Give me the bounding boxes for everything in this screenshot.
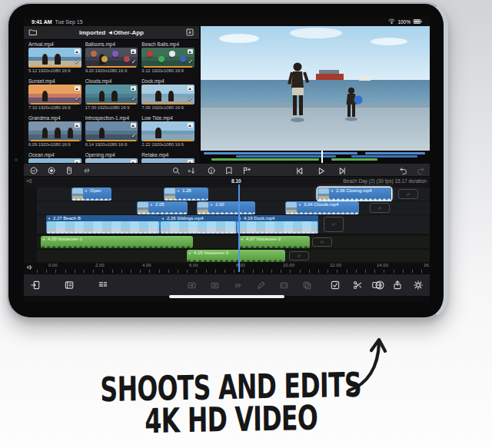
transport-controls bbox=[294, 164, 347, 178]
video-preview[interactable] bbox=[201, 26, 430, 151]
link-icon[interactable] bbox=[82, 166, 91, 175]
empty-clip-slot[interactable] bbox=[370, 203, 390, 213]
playhead[interactable] bbox=[238, 184, 240, 272]
settings-icon[interactable] bbox=[413, 280, 424, 290]
add-to-timeline-icon[interactable] bbox=[30, 280, 41, 290]
page: 9:41 AMTue Sep 15 100% Imported ◄Other-A… bbox=[0, 0, 492, 448]
marketing-caption: SHOOTS AND EDITS 4K HD VIDEO bbox=[65, 368, 397, 439]
import-icon[interactable] bbox=[185, 28, 194, 37]
dual-display-icon[interactable] bbox=[371, 280, 382, 290]
timeline-clip[interactable]: Open bbox=[71, 187, 111, 201]
clip-list-icon[interactable] bbox=[64, 280, 75, 290]
library-clip[interactable]: Retake.mp4 bbox=[141, 152, 194, 163]
clip-name: Opening.mp4 bbox=[85, 152, 138, 158]
duplicate-icon[interactable] bbox=[302, 280, 312, 290]
clip-meta: 2.22 1920x1080 16:9 bbox=[141, 141, 194, 148]
home-indicator[interactable] bbox=[169, 295, 284, 298]
beach-ball bbox=[91, 51, 97, 57]
skip-back-icon[interactable] bbox=[294, 166, 304, 176]
clock: 9:41 AM bbox=[32, 19, 52, 25]
library-header: Imported ◄Other-App bbox=[24, 26, 199, 40]
timeline-clip[interactable]: 3.04 Clouds.mp4 bbox=[285, 201, 359, 214]
sort-icon[interactable]: a bbox=[187, 166, 196, 175]
library-clip[interactable]: Arrival.mp4✓5.12 1920x1080 16:9 bbox=[28, 41, 81, 75]
clip-thumbnail: ✓ bbox=[85, 121, 138, 141]
overwrite-icon[interactable] bbox=[210, 280, 220, 290]
audio-waveform bbox=[239, 241, 310, 248]
speaker-small-icon bbox=[42, 237, 46, 241]
clip-label-text: 4.07 Voiceover-2 bbox=[246, 237, 281, 241]
empty-clip-slot[interactable] bbox=[289, 251, 309, 261]
folder-icon[interactable] bbox=[28, 28, 38, 37]
timeline-clip[interactable]: 2.27 Beach B bbox=[46, 215, 160, 234]
library-clip[interactable]: Grandma.mp46.09 1920x1080 16:9 bbox=[28, 115, 81, 149]
timeline-clip[interactable]: 2.26 Siblings.mp4 bbox=[160, 215, 237, 234]
speaker-small-icon bbox=[188, 251, 192, 255]
split-icon[interactable] bbox=[352, 280, 363, 290]
time-ruler[interactable]: 0.002.004.006.008.0010.0012.0014.0016.00 bbox=[37, 263, 430, 273]
timeline-overview[interactable] bbox=[201, 151, 430, 163]
clip-meta: 17.00 1920x1080 16:9 bbox=[85, 105, 138, 111]
meter-scale-label: +0 bbox=[26, 178, 32, 184]
search-icon[interactable] bbox=[171, 166, 181, 175]
timeline-clip[interactable]: 2.06 Closing.mp4 bbox=[317, 187, 391, 201]
timeline-clip[interactable]: 4.07 Voiceover-2 bbox=[239, 236, 310, 248]
overview-playhead[interactable] bbox=[321, 151, 323, 163]
timeline-clip[interactable]: 2.05 bbox=[137, 201, 188, 214]
library-clip[interactable]: Low Tide.mp42.22 1920x1080 16:9 bbox=[141, 115, 194, 149]
skip-forward-icon[interactable] bbox=[337, 166, 347, 176]
poster-icon[interactable] bbox=[224, 166, 234, 175]
empty-clip-slot[interactable] bbox=[398, 189, 418, 199]
library-clip[interactable]: Introspection-1.mp4✓6.14 1920x1080 16:9 bbox=[85, 115, 138, 149]
bottom-right-tools bbox=[371, 274, 424, 296]
library-clip[interactable]: Clouds.mp4✓17.00 1920x1080 16:9 bbox=[85, 78, 138, 112]
bottom-left-tools bbox=[30, 274, 108, 296]
media-type-icon bbox=[131, 86, 136, 91]
beach-ball bbox=[112, 51, 118, 57]
clip-thumbnail: ✓ bbox=[141, 48, 194, 68]
ruler-label: 0.00 bbox=[48, 263, 58, 267]
library-clip[interactable]: Ocean.mp4 bbox=[28, 152, 81, 163]
audio-waveform bbox=[137, 208, 188, 214]
clip-label: 4.07 Voiceover-2 bbox=[241, 237, 308, 241]
clip-label-text: 2.06 Closing.mp4 bbox=[336, 188, 372, 193]
library-clip[interactable]: Dock.mp4✓7.09 1920x1080 16:9 bbox=[141, 78, 194, 112]
empty-clip-slot[interactable] bbox=[312, 237, 332, 247]
files-icon[interactable] bbox=[65, 166, 74, 175]
play-icon[interactable] bbox=[316, 166, 326, 176]
timeline-clip[interactable]: 2.00 bbox=[197, 201, 255, 214]
track-list-icon[interactable] bbox=[98, 280, 108, 290]
link-clips-icon[interactable] bbox=[233, 280, 243, 290]
share-icon[interactable] bbox=[392, 280, 403, 290]
clip-meta: 6.14 1920x1080 16:9 bbox=[85, 141, 138, 148]
replace-icon[interactable] bbox=[279, 280, 289, 290]
empty-clip-slot[interactable] bbox=[324, 217, 344, 232]
timeline-clip[interactable]: 1.28 bbox=[164, 187, 208, 201]
speaker-small-icon bbox=[48, 217, 52, 221]
library-clip[interactable]: Beach Balls.mp4✓3.12 1920x1080 16:9 bbox=[141, 41, 194, 75]
info-icon[interactable] bbox=[207, 166, 216, 175]
speaker-small-icon bbox=[85, 189, 88, 193]
library-title[interactable]: Imported ◄Other-App bbox=[41, 29, 182, 36]
library-clip[interactable]: Sunset.mp4✓7.10 1920x1080 16:9 bbox=[28, 78, 81, 112]
speaker-small-icon bbox=[241, 237, 244, 241]
clip-label-text: 1.28 bbox=[182, 188, 191, 193]
edit-icon[interactable] bbox=[256, 280, 266, 290]
clip-label-text: 4.20 Voiceover-1 bbox=[48, 237, 82, 241]
speaker-icon[interactable] bbox=[26, 264, 34, 271]
add-marker-icon[interactable] bbox=[242, 166, 251, 175]
clip-name: Beach Balls.mp4 bbox=[141, 41, 194, 48]
record-icon[interactable] bbox=[47, 166, 56, 175]
clip-label: 2.06 Closing.mp4 bbox=[331, 188, 390, 193]
timeline-clip[interactable]: 4.15 Voiceover-3 bbox=[187, 250, 285, 262]
multiselect-icon[interactable] bbox=[29, 166, 38, 175]
timeline-clip[interactable]: 4.20 Voiceover-1 bbox=[41, 236, 193, 248]
timeline-clip[interactable]: 4.19 Dock.mp4 bbox=[237, 215, 318, 234]
undo-icon[interactable] bbox=[399, 166, 408, 175]
insert-icon[interactable] bbox=[187, 280, 197, 290]
library-clip[interactable]: Opening.mp4 bbox=[85, 152, 138, 163]
redo-icon[interactable] bbox=[416, 166, 425, 175]
timeline-tracks[interactable]: Open1.282.06 Closing.mp42.052.003.04 Clo… bbox=[24, 187, 430, 263]
library-clip[interactable]: Balloons.mp4✓9.20 1920x1080 16:9 bbox=[85, 41, 138, 75]
select-mode-icon[interactable] bbox=[330, 280, 341, 290]
